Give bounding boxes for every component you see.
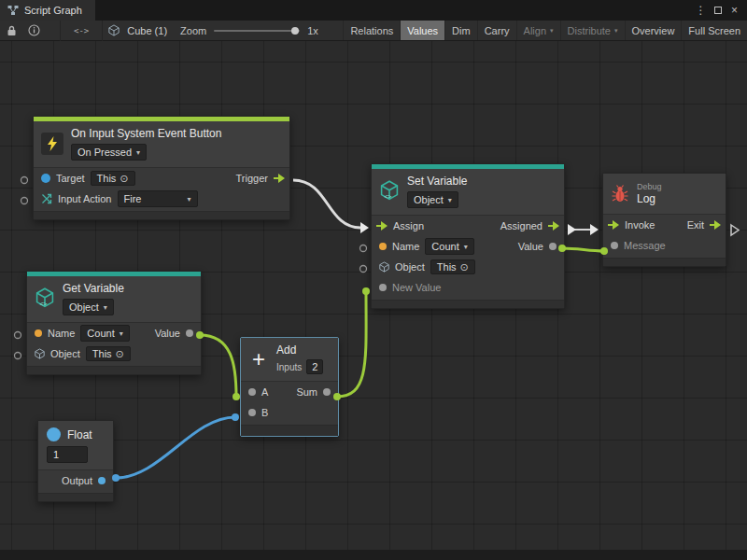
- debug-log-footer: [603, 258, 726, 266]
- float-header: Float 1: [38, 421, 113, 470]
- info-icon[interactable]: [22, 21, 45, 41]
- message-port[interactable]: [611, 242, 618, 249]
- target-object-label[interactable]: Cube (1): [125, 25, 173, 36]
- set-value-port[interactable]: [549, 243, 557, 250]
- set-variable-title: Set Variable: [407, 175, 467, 188]
- script-graph-icon: [7, 5, 19, 16]
- set-assign-row: Assign Assigned: [372, 216, 564, 236]
- zoom-label: Zoom: [180, 25, 206, 36]
- toolbar-left-group: <-> Cube (1) Zoom 1x: [0, 21, 326, 40]
- relations-button[interactable]: Relations: [343, 21, 400, 40]
- event-node-title: On Input System Event Button: [71, 127, 221, 140]
- lock-icon[interactable]: [0, 21, 22, 41]
- dim-button[interactable]: Dim: [444, 21, 477, 40]
- target-this-chip[interactable]: This ⊙: [91, 171, 135, 186]
- zoom-slider[interactable]: [214, 30, 300, 32]
- maximize-icon[interactable]: [711, 3, 725, 18]
- dropdown-arrow-icon: ▾: [120, 329, 123, 338]
- dropdown-arrow-icon: ▾: [464, 243, 468, 251]
- float-footer: [38, 493, 113, 501]
- cube-icon: [103, 21, 125, 41]
- event-node-footer: [34, 211, 289, 219]
- title-bar: Script Graph ⋮ ×: [0, 0, 747, 21]
- object-cube-icon: [35, 348, 45, 359]
- node-set-variable[interactable]: <> Set Variable Object ▾ Assign Assigned…: [371, 163, 565, 309]
- inputs-count-field[interactable]: 2: [306, 359, 323, 374]
- target-label: Target: [56, 173, 85, 184]
- float-icon: [47, 427, 61, 441]
- lightning-icon: [41, 133, 63, 155]
- canvas-bottom-edge: [0, 550, 747, 560]
- invoke-port[interactable]: [608, 220, 619, 230]
- exit-port[interactable]: [710, 220, 721, 230]
- node-get-variable[interactable]: <> Get Variable Object ▾ Name Count ▾ Va…: [26, 271, 202, 375]
- graph-toolbar: <-> Cube (1) Zoom 1x Relations Values Di…: [0, 21, 747, 41]
- float-value-field[interactable]: 1: [47, 446, 88, 463]
- close-icon[interactable]: ×: [727, 3, 741, 18]
- debug-kicker: Debug: [637, 182, 662, 191]
- float-output-port[interactable]: [98, 477, 106, 484]
- distribute-button[interactable]: Distribute▾: [560, 21, 625, 40]
- debug-message-row: Message: [603, 235, 726, 256]
- dropdown-arrow-icon: ▾: [104, 303, 107, 312]
- add-footer: [241, 425, 338, 436]
- bug-icon: [611, 185, 629, 203]
- toolbar-buttons: Relations Values Dim Carry Align▾ Distri…: [343, 21, 747, 40]
- set-object-row: Object This ⊙: [372, 257, 564, 277]
- assign-port[interactable]: [376, 221, 388, 231]
- set-name-dropdown[interactable]: Count ▾: [425, 238, 473, 255]
- set-variable-header: <> Set Variable Object ▾: [372, 169, 564, 216]
- plus-icon: +: [248, 350, 269, 369]
- set-variable-kind-dropdown[interactable]: Object ▾: [407, 191, 458, 208]
- new-value-port[interactable]: [379, 284, 387, 291]
- add-sum-port[interactable]: [323, 388, 331, 396]
- assigned-port[interactable]: [548, 221, 559, 231]
- get-value-port[interactable]: [186, 329, 193, 337]
- add-title: Add: [276, 343, 296, 357]
- connections-icon[interactable]: <->: [61, 26, 102, 35]
- tab-script-graph[interactable]: Script Graph: [0, 0, 95, 21]
- kebab-menu-icon[interactable]: ⋮: [694, 3, 708, 18]
- debug-log-header: Debug Log: [603, 174, 726, 215]
- debug-invoke-row: Invoke Exit: [603, 215, 726, 235]
- node-on-input-system-event-button[interactable]: On Input System Event Button On Pressed …: [33, 116, 290, 220]
- zoom-value: 1x: [307, 25, 318, 36]
- get-object-this-chip[interactable]: This ⊙: [86, 346, 131, 361]
- get-name-dropdown[interactable]: Count ▾: [80, 325, 129, 342]
- get-variable-footer: [27, 366, 201, 374]
- debug-log-title: Log: [637, 192, 655, 205]
- add-a-port[interactable]: [248, 388, 256, 396]
- get-object-row: Object This ⊙: [27, 343, 201, 364]
- node-debug-log[interactable]: Debug Log Invoke Exit Message: [602, 173, 726, 267]
- target-symbol-icon: ⊙: [120, 174, 128, 184]
- zoom-control: Zoom 1x: [173, 25, 326, 36]
- trigger-label: Trigger: [236, 173, 268, 184]
- set-object-this-chip[interactable]: This ⊙: [430, 259, 475, 274]
- trigger-port[interactable]: [274, 174, 285, 183]
- dropdown-arrow-icon: ▾: [448, 196, 452, 204]
- input-action-label: Input Action: [58, 193, 112, 204]
- get-variable-title: Get Variable: [63, 282, 124, 295]
- values-button[interactable]: Values: [400, 21, 444, 40]
- get-variable-header: <> Get Variable Object ▾: [27, 276, 201, 323]
- name-type-icon: [379, 243, 387, 250]
- variable-cube-icon: <>: [379, 180, 400, 203]
- add-b-port[interactable]: [248, 409, 256, 416]
- dropdown-arrow-icon: ▾: [136, 148, 140, 157]
- node-add[interactable]: + Add Inputs 2 A Sum B: [240, 337, 339, 437]
- inputs-label: Inputs: [276, 362, 302, 372]
- zoom-slider-knob[interactable]: [291, 27, 299, 35]
- align-button[interactable]: Align▾: [516, 21, 560, 40]
- variable-cube-icon: <>: [35, 287, 55, 310]
- dropdown-arrow-icon: ▾: [187, 195, 190, 203]
- event-input-action-row: Input Action Fire ▾: [34, 189, 289, 209]
- on-pressed-dropdown[interactable]: On Pressed ▾: [71, 144, 147, 161]
- node-float[interactable]: Float 1 Output: [37, 420, 114, 502]
- get-variable-kind-dropdown[interactable]: Object ▾: [63, 299, 114, 315]
- input-action-dropdown[interactable]: Fire ▾: [118, 190, 198, 207]
- overview-button[interactable]: Overview: [625, 21, 682, 40]
- fullscreen-button[interactable]: Full Screen: [681, 21, 747, 40]
- window-controls: ⋮ ×: [694, 0, 747, 21]
- carry-button[interactable]: Carry: [477, 21, 516, 40]
- add-b-row: B: [241, 402, 338, 423]
